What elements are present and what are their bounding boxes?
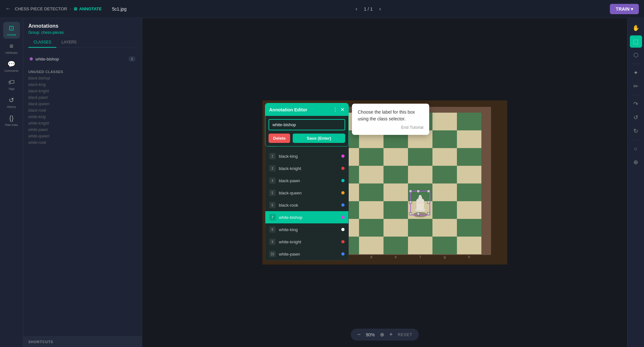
item-dot-5 [341, 191, 345, 194]
tab-classes[interactable]: CLASSES [28, 37, 56, 48]
svg-rect-24 [432, 148, 457, 166]
editor-menu-icon[interactable]: ⋮ [333, 107, 338, 113]
svg-rect-17 [457, 130, 481, 148]
unused-item: black-knight [28, 88, 137, 94]
svg-rect-31 [408, 166, 432, 183]
attributes-icon: ≡ [10, 42, 14, 50]
file-name: 5c1.jpg [112, 6, 127, 12]
rawdata-label: Raw Data [5, 123, 18, 127]
class-selector-item-5[interactable]: 5 black-queen [265, 187, 348, 199]
main-layout: ⊡ Annots ≡ Attributes 💬 Comments 🏷 Tags … [0, 18, 644, 347]
next-image-button[interactable]: › [379, 5, 381, 12]
svg-rect-8 [432, 113, 457, 130]
project-name[interactable]: CHESS PIECE DETECTOR [15, 6, 67, 11]
prev-image-button[interactable]: ‹ [355, 5, 357, 12]
item-name-6: black-rook [279, 203, 338, 208]
sidebar-item-attributes[interactable]: ≡ Attributes [3, 40, 20, 57]
tool-magic[interactable]: ✦ [630, 67, 642, 79]
tab-layers[interactable]: LAYERS [56, 37, 81, 48]
unused-header: UNUSED CLASSES [23, 67, 142, 75]
class-name: white-bishop [35, 57, 59, 61]
zoom-out-button[interactable]: − [357, 331, 361, 338]
delete-button[interactable]: Delete [269, 134, 290, 143]
tool-undo[interactable]: ↺ [630, 111, 642, 124]
page-indicator: 1 / 1 [364, 6, 373, 12]
item-name-5: black-queen [279, 191, 338, 195]
sidebar-item-annots[interactable]: ⊡ Annots [3, 22, 20, 39]
sidebar-item-history[interactable]: ↺ History [3, 94, 20, 111]
zoom-icon[interactable]: ⊕ [380, 332, 384, 338]
class-input[interactable] [269, 119, 345, 130]
editor-header: Annotation Editor ⋮ ✕ [265, 103, 348, 116]
editor-close-icon[interactable]: ✕ [340, 107, 345, 113]
topbar-right: TRAIN ▾ [610, 4, 639, 14]
tags-icon: 🏷 [8, 79, 15, 86]
tool-redo-arrow[interactable]: ↷ [630, 98, 642, 110]
zoom-in-button[interactable]: + [389, 331, 393, 338]
class-selector-item-10[interactable]: 10 white-pawn [265, 248, 348, 260]
svg-rect-46 [384, 201, 408, 219]
unused-item: white-rook [28, 139, 137, 146]
train-button[interactable]: TRAIN ▾ [610, 4, 639, 14]
topbar-center: ‹ 1 / 1 › [127, 5, 610, 12]
svg-rect-9 [457, 113, 481, 130]
save-button[interactable]: Save (Enter) [293, 134, 345, 143]
tool-target[interactable]: ⊕ [630, 156, 642, 168]
unused-item: black-bishop [28, 75, 137, 81]
reset-button[interactable]: RESET [398, 333, 412, 337]
class-dot [30, 57, 33, 61]
svg-rect-29 [359, 166, 384, 183]
svg-rect-53 [359, 219, 384, 237]
svg-rect-89 [409, 190, 412, 192]
svg-rect-91 [409, 212, 412, 215]
tool-polygon[interactable]: ⬡ [630, 49, 642, 61]
unused-item: white-knight [28, 120, 137, 127]
class-selector-item-7[interactable]: 7 white-bishop [265, 211, 348, 223]
item-num-10: 10 [269, 251, 276, 257]
class-item-white-bishop[interactable]: white-bishop 1 [28, 54, 137, 63]
tool-redo[interactable]: ↻ [630, 125, 642, 137]
sidebar-item-rawdata[interactable]: {} Raw Data [3, 112, 20, 129]
class-selector-item-6[interactable]: 6 black-rook [265, 199, 348, 211]
sidebar-item-tags[interactable]: 🏷 Tags [3, 76, 20, 93]
classes-section: white-bishop 1 [23, 51, 142, 67]
panel-tabs: CLASSES LAYERS [28, 37, 137, 48]
back-button[interactable]: ← [5, 5, 11, 12]
svg-rect-90 [427, 190, 430, 192]
svg-rect-40 [432, 183, 457, 201]
history-label: History [7, 105, 16, 108]
svg-rect-41 [457, 183, 481, 201]
svg-rect-61 [359, 237, 384, 254]
svg-point-87 [419, 195, 421, 198]
annots-icon: ⊡ [9, 24, 14, 32]
class-selector-item-9[interactable]: 9 white-knight [265, 236, 348, 248]
item-num-4: 4 [269, 177, 276, 184]
svg-rect-45 [359, 201, 384, 219]
end-tutorial-button[interactable]: End Tutorial [358, 125, 423, 130]
annotations-panel: Annotations Group: chess-pieces CLASSES … [23, 18, 142, 347]
tool-comment[interactable]: ○ [630, 143, 642, 155]
unused-item: white-queen [28, 133, 137, 139]
class-selector-item-3[interactable]: 3 black-knight [265, 162, 348, 174]
tooltip-bubble: Choose the label for this box using the … [352, 104, 429, 135]
item-dot-3 [341, 167, 345, 170]
svg-rect-93 [417, 190, 420, 192]
unused-item: white-pawn [28, 127, 137, 133]
annots-label: Annots [7, 33, 16, 36]
canvas-area[interactable]: 8 7 6 5 4 3 2 1 a b c d e f g h [142, 18, 627, 347]
svg-rect-62 [384, 237, 408, 254]
sidebar-item-comments[interactable]: 💬 Comments [3, 58, 20, 75]
class-selector-item-2[interactable]: 2 black-king [265, 150, 348, 162]
item-num-2: 2 [269, 153, 276, 159]
tool-select[interactable]: ⬚ [630, 35, 642, 48]
breadcrumb-separator: › [70, 6, 71, 11]
class-selector-item-4[interactable]: 4 black-pawn [265, 174, 348, 187]
svg-rect-30 [384, 166, 408, 183]
tool-brush[interactable]: ✏ [630, 80, 642, 92]
icon-sidebar: ⊡ Annots ≡ Attributes 💬 Comments 🏷 Tags … [0, 18, 23, 347]
tool-hand[interactable]: ✋ [630, 22, 642, 34]
group-line: Group: chess-pieces [28, 30, 137, 35]
shortcuts-bar[interactable]: SHORTCUTS [23, 336, 142, 347]
unused-list: black-bishop black-king black-knight bla… [23, 75, 142, 146]
class-selector-item-8[interactable]: 8 white-king [265, 223, 348, 236]
